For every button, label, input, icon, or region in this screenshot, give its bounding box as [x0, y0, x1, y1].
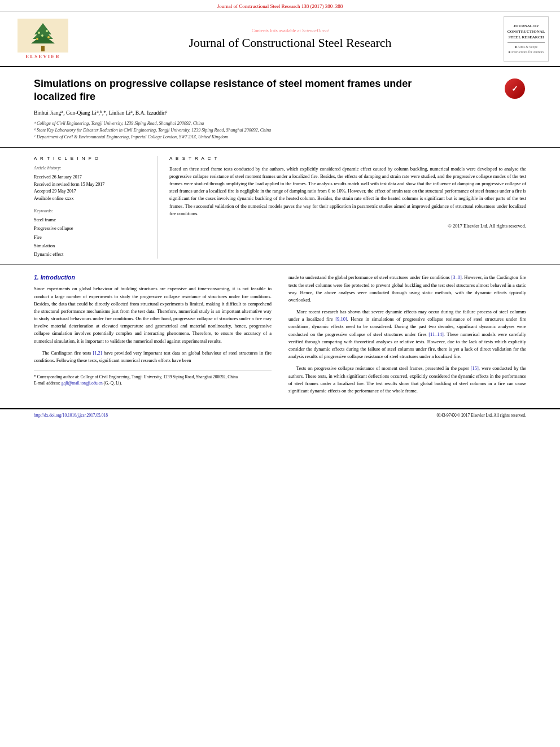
abstract-column: A B S T R A C T Based on three steel fra… — [169, 156, 526, 259]
article-info-column: A R T I C L E I N F O Article history: R… — [34, 156, 158, 259]
elsevier-logo-block: ELSEVIER — [9, 19, 77, 59]
sciencedirect-link[interactable]: ScienceDirect — [302, 28, 329, 33]
ref-1-2[interactable]: [1,2] — [93, 350, 102, 356]
footnote-star-text: * Corresponding author at: College of Ci… — [34, 374, 272, 380]
issn-line: 0143-974X/© 2017 Elsevier Ltd. All right… — [436, 413, 526, 418]
revised-date: Received in revised form 15 May 2017 — [34, 181, 148, 189]
keyword-5: Dynamic effect — [34, 250, 148, 259]
elsevier-tree-icon — [18, 19, 68, 53]
keyword-2: Progressive collapse — [34, 224, 148, 233]
elsevier-text: ELSEVIER — [25, 54, 60, 59]
right-logo-text: JOURNAL OFCONSTRUCTIONALSTEEL RESEARCH ■… — [508, 24, 545, 54]
abstract-text: Based on three steel frame tests conduct… — [169, 165, 526, 217]
ref-15[interactable]: [15] — [471, 365, 479, 371]
svg-point-8 — [36, 38, 38, 40]
keyword-3: Fire — [34, 233, 148, 242]
section1-para2: The Cardington fire tests [1,2] have pro… — [34, 350, 272, 364]
ref-3-8[interactable]: [3–8] — [451, 274, 461, 280]
keyword-1: Steel frame — [34, 216, 148, 224]
journal-header: ELSEVIER Contents lists available at Sci… — [0, 12, 560, 67]
section1-title: 1. Introduction — [34, 274, 272, 281]
article-title-row: Simulations on progressive collapse resi… — [34, 77, 526, 104]
doi-line: http://dx.doi.org/10.1016/j.jcsr.2017.05… — [34, 413, 108, 418]
footnote-email-address[interactable]: gqli@mail.tongji.edu.cn — [62, 381, 103, 386]
received-date: Received 26 January 2017 — [34, 174, 148, 181]
svg-rect-1 — [41, 46, 45, 51]
right-column: made to understand the global performanc… — [288, 274, 526, 399]
article-history-label: Article history: — [34, 165, 148, 171]
authors-line: Binhui Jiangᵃ, Guo-Qiang Liᵃ,ᵇ,*, Liulia… — [34, 110, 526, 116]
main-content: 1. Introduction Since experiments on glo… — [0, 265, 560, 408]
abstract-heading: A B S T R A C T — [169, 156, 526, 161]
journal-center-block: Contents lists available at ScienceDirec… — [77, 28, 504, 50]
article-info-heading: A R T I C L E I N F O — [34, 156, 148, 161]
affiliation-a: ᵃ College of Civil Engineering, Tongji U… — [34, 120, 526, 127]
svg-point-9 — [47, 36, 50, 38]
affiliations-block: ᵃ College of Civil Engineering, Tongji U… — [34, 120, 526, 141]
journal-title: Journal of Constructional Steel Research — [77, 36, 504, 50]
ref-9-10[interactable]: [9,10] — [335, 316, 347, 322]
footnote-email-label: E-mail address: — [34, 381, 62, 386]
top-journal-bar: Journal of Constructional Steel Research… — [0, 0, 560, 12]
sciencedirect-label: Contents lists available at ScienceDirec… — [77, 28, 504, 33]
crossmark-icon: ✓ — [505, 78, 525, 99]
affiliation-c: ᶜ Department of Civil & Environmental En… — [34, 134, 526, 141]
section1-para1: Since experiments on global behaviour of… — [34, 285, 272, 344]
footnote-block: * Corresponding author at: College of Ci… — [34, 370, 272, 387]
svg-point-7 — [41, 34, 43, 37]
bottom-bar: http://dx.doi.org/10.1016/j.jcsr.2017.05… — [0, 408, 560, 421]
footnote-email: E-mail address: gqli@mail.tongji.edu.cn … — [34, 380, 272, 386]
footnote-email-name: (G.-Q. Li). — [103, 381, 122, 386]
available-date: Available online xxxx — [34, 195, 148, 203]
article-info-abstract-section: A R T I C L E I N F O Article history: R… — [0, 148, 560, 265]
top-journal-link: Journal of Constructional Steel Research… — [217, 3, 343, 9]
keywords-label: Keywords: — [34, 208, 148, 213]
article-title: Simulations on progressive collapse resi… — [34, 77, 457, 104]
svg-point-5 — [38, 32, 40, 34]
article-header: Simulations on progressive collapse resi… — [0, 67, 560, 148]
ref-11-14[interactable]: [11–14] — [428, 331, 444, 337]
right-logo-box: JOURNAL OFCONSTRUCTIONALSTEEL RESEARCH ■… — [504, 16, 549, 62]
affiliation-b: ᵇ State Key Laboratory for Disaster Redu… — [34, 127, 526, 134]
keywords-list: Steel frame Progressive collapse Fire Si… — [34, 216, 148, 259]
copyright-text: © 2017 Elsevier Ltd. All rights reserved… — [169, 223, 526, 229]
right-para1: made to understand the global performanc… — [288, 274, 526, 304]
crossmark-badge: ✓ — [504, 77, 526, 100]
left-column: 1. Introduction Since experiments on glo… — [34, 274, 277, 399]
authors-text: Binhui Jiangᵃ, Guo-Qiang Liᵃ,ᵇ,*, Liulia… — [34, 110, 168, 116]
doi-link[interactable]: http://dx.doi.org/10.1016/j.jcsr.2017.05… — [34, 413, 108, 418]
svg-point-6 — [46, 30, 48, 32]
right-para3: Tests on progressive collapse resistance… — [288, 365, 526, 395]
accepted-date: Accepted 29 May 2017 — [34, 188, 148, 195]
keyword-4: Simulation — [34, 242, 148, 250]
right-para2: More recent research has shown that seve… — [288, 308, 526, 360]
history-dates: Received 26 January 2017 Received in rev… — [34, 174, 148, 203]
